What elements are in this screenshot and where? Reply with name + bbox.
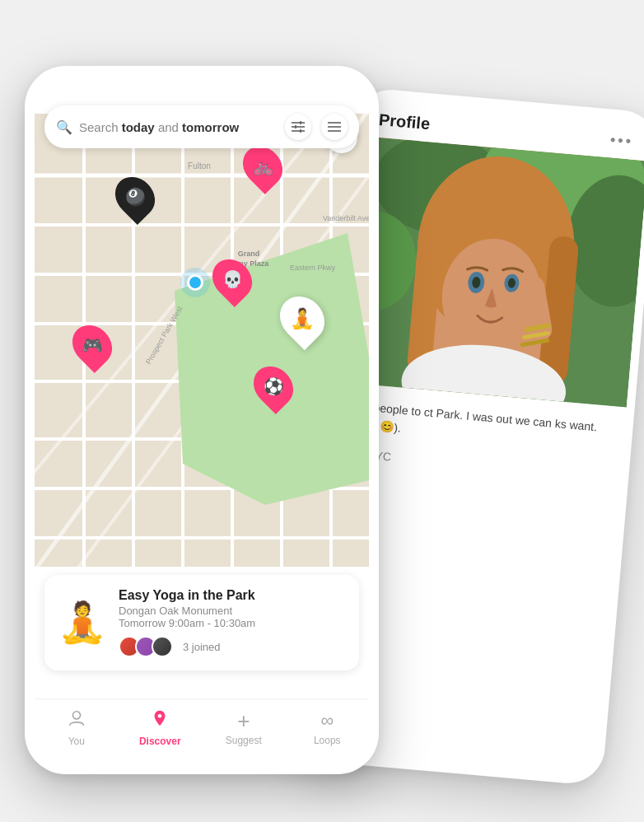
you-icon [68,709,86,732]
svg-point-53 [72,711,80,718]
nav-you-label: You [68,736,85,747]
map-area[interactable]: Fulton Vanderbilt Ave Eastern Pkwy Prosp… [35,114,369,567]
event-emoji: 🧘 [58,600,107,646]
phone-1: 🔍 Search today and tomorrow [25,66,379,774]
phone1-notch [152,76,251,96]
search-icon: 🔍 [56,119,72,135]
joined-count: 3 joined [183,641,221,653]
map-pin-cycling[interactable]: 🚲 [245,145,281,188]
avatar-group [119,636,168,657]
scene: Profile ••• [0,0,644,822]
phone2-title: Profile [378,110,431,133]
nav-discover-label: Discover [139,736,181,747]
event-card[interactable]: 🧘 Easy Yoga in the Park Dongan Oak Monum… [44,575,359,670]
nav-suggest-label: Suggest [226,735,262,746]
svg-text:Grand: Grand [238,250,260,258]
search-text: Search today and tomorrow [79,120,285,134]
svg-text:Fulton: Fulton [188,161,211,170]
event-time: Tomorrow 9:00am - 10:30am [119,617,346,629]
list-view-button[interactable] [321,114,348,140]
nav-item-discover[interactable]: Discover [135,709,184,747]
map-pin-gaming[interactable]: 🎮 [74,324,110,367]
event-joined: 3 joined [119,636,346,657]
map-pin-yoga[interactable]: 🧘 [282,295,323,343]
event-title: Easy Yoga in the Park [119,588,346,603]
user-location-dot [187,274,203,291]
map-pin-skull[interactable]: 💀 [214,258,250,301]
svg-point-54 [158,713,162,717]
nav-loops-label: Loops [314,735,341,746]
map-pin-soccer[interactable]: ⚽ [255,365,292,408]
loops-icon: ∞ [320,710,334,731]
profile-photo [339,136,644,407]
map-pin-billiards[interactable]: 🎱 [117,175,153,218]
nav-item-loops[interactable]: ∞ Loops [302,710,352,746]
search-bar[interactable]: 🔍 Search today and tomorrow [44,105,359,148]
discover-icon [151,709,169,732]
event-info: Easy Yoga in the Park Dongan Oak Monumen… [119,588,346,657]
suggest-icon: + [237,710,250,731]
svg-text:Vanderbilt Ave: Vanderbilt Ave [323,214,369,222]
event-location: Dongan Oak Monument [119,605,346,617]
bottom-nav: You Discover + Suggest ∞ [35,698,369,764]
svg-text:Eastern Pkwy: Eastern Pkwy [290,264,336,272]
filter-button[interactable] [285,114,311,140]
phone2-menu-icon[interactable]: ••• [609,132,634,151]
nav-item-suggest[interactable]: + Suggest [219,710,268,746]
avatar-3 [152,636,173,657]
nav-item-you[interactable]: You [52,709,101,747]
